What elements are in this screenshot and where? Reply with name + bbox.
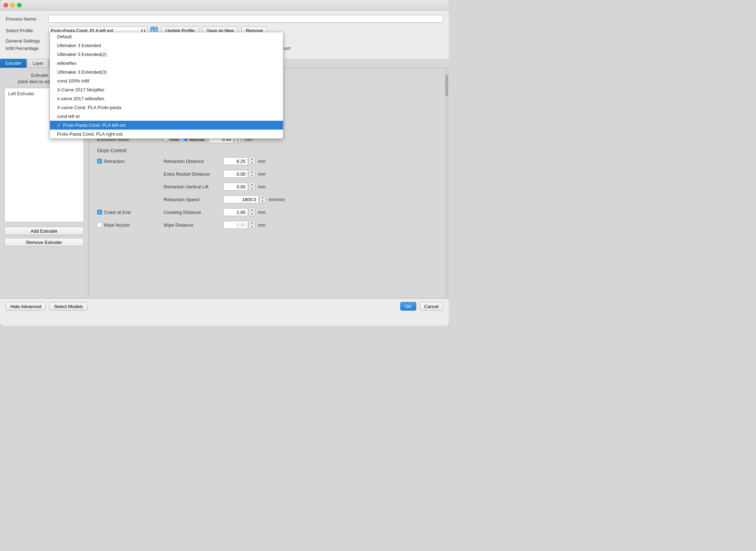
maximize-button[interactable]: [17, 3, 22, 7]
extrusion-width-down[interactable]: ▼: [235, 139, 240, 143]
dropdown-item-ultimaker3ext2[interactable]: Ultimaker 3 Extended(2): [50, 50, 283, 59]
process-name-input[interactable]: [48, 15, 443, 23]
dropdown-item-protopasta-right[interactable]: Proto-Pasta Cond. PLA right ext.: [50, 130, 283, 138]
retraction-distance-down[interactable]: ▼: [249, 161, 255, 165]
infill-label: Infill Percentage: [6, 46, 48, 51]
retraction-speed-input[interactable]: [223, 195, 259, 203]
retraction-speed-unit: mm/min: [269, 197, 285, 202]
extra-restart-spinbox: ▲ ▼: [223, 170, 255, 178]
retraction-lift-spin-btns: ▲ ▼: [249, 182, 255, 191]
dropdown-item-ultimaker3ext3[interactable]: Ultimaker 3 Extended(3): [50, 68, 283, 76]
cancel-button[interactable]: Cancel: [420, 302, 443, 311]
scrollbar-track: [445, 68, 449, 298]
scrollbar-thumb[interactable]: [445, 75, 448, 96]
select-models-button[interactable]: Select Models: [49, 302, 88, 311]
dropdown-item-cond100infill[interactable]: cond 100% infill: [50, 76, 283, 85]
remove-extruder-button[interactable]: Remove Extruder: [4, 238, 84, 246]
retraction-speed-up[interactable]: ▲: [260, 195, 265, 199]
coasting-distance-down[interactable]: ▼: [249, 212, 255, 216]
extra-restart-group: Extra Restart Distance ▲ ▼ mm: [97, 170, 440, 178]
bottom-bar: Hide Advanced Select Models OK Cancel: [0, 298, 449, 314]
dropdown-item-xcarve-ninjaflex[interactable]: X-Carve 2017 Ninjaflex: [50, 85, 283, 94]
extra-restart-label: Extra Restart Distance: [164, 171, 220, 177]
retraction-lift-label: Retraction Vertical Lift: [164, 184, 220, 189]
retraction-lift-up[interactable]: ▲: [249, 183, 255, 187]
titlebar: [0, 0, 449, 11]
retraction-distance-spin-btns: ▲ ▼: [249, 157, 255, 165]
wipe-nozzle-checkbox[interactable]: [97, 222, 102, 227]
dropdown-item-default[interactable]: Default: [50, 32, 283, 41]
select-profile-label: Select Profile:: [6, 28, 48, 33]
wipe-distance-up[interactable]: ▲: [249, 221, 255, 225]
retraction-group: ✓ Retraction Retraction Distance ▲ ▼ mm: [97, 157, 440, 165]
extra-restart-down[interactable]: ▼: [249, 174, 255, 178]
extra-restart-spin-btns: ▲ ▼: [249, 170, 255, 178]
dropdown-item-ultimaker3ext[interactable]: Ultimaker 3 Extended: [50, 41, 283, 50]
coast-at-end-label: Coast at End: [104, 210, 130, 215]
retraction-lift-down[interactable]: ▼: [249, 187, 255, 191]
retraction-lift-unit: mm: [258, 184, 266, 189]
wipe-distance-down[interactable]: ▼: [249, 225, 255, 229]
coast-at-end-group: ✓ Coast at End Coasting Distance ▲ ▼ mm: [97, 208, 440, 216]
retraction-distance-input[interactable]: [223, 157, 248, 165]
retraction-speed-spinbox: ▲ ▼: [223, 195, 266, 204]
extra-restart-up[interactable]: ▲: [249, 170, 255, 174]
dropdown-item-willowflex[interactable]: willowflex: [50, 59, 283, 68]
retraction-checkbox[interactable]: ✓: [97, 159, 102, 164]
coasting-distance-label: Coasting Distance: [164, 210, 220, 215]
add-extruder-button[interactable]: Add Extruder: [4, 227, 84, 235]
close-button[interactable]: [4, 3, 8, 7]
retraction-speed-spin-btns: ▲ ▼: [259, 195, 266, 204]
coasting-distance-up[interactable]: ▲: [249, 208, 255, 212]
coasting-distance-spin-btns: ▲ ▼: [249, 208, 255, 216]
retraction-speed-down[interactable]: ▼: [260, 199, 265, 203]
process-name-label: Process Name:: [6, 16, 48, 22]
wipe-distance-input[interactable]: [223, 221, 248, 229]
wipe-distance-label: Wipe Distance: [164, 222, 220, 228]
profile-dropdown-overlay: Default Ultimaker 3 Extended Ultimaker 3…: [50, 32, 283, 139]
retraction-distance-spinbox: ▲ ▼: [223, 157, 255, 165]
dropdown-item-xcarve-willowflex[interactable]: x-carve 2017 willowflex: [50, 94, 283, 103]
extra-restart-input[interactable]: [223, 170, 248, 178]
hide-advanced-button[interactable]: Hide Advanced: [6, 302, 46, 311]
bottom-right: OK Cancel: [400, 302, 443, 311]
wipe-nozzle-label: Wipe Nozzle: [104, 222, 130, 228]
coasting-distance-input[interactable]: [223, 208, 248, 216]
retraction-distance-up[interactable]: ▲: [249, 157, 255, 161]
bottom-left: Hide Advanced Select Models: [6, 302, 88, 311]
coasting-distance-unit: mm: [258, 210, 266, 215]
wipe-distance-unit: mm: [258, 222, 266, 228]
retraction-lift-input[interactable]: [223, 183, 248, 191]
checkmark-icon: ✓: [57, 123, 61, 128]
retraction-distance-label: Retraction Distance: [164, 159, 220, 164]
wipe-distance-spin-btns: ▲ ▼: [249, 221, 255, 229]
ooze-control-label: Ooze Control: [97, 148, 440, 153]
coast-at-end-checkbox-label[interactable]: ✓ Coast at End: [97, 210, 161, 215]
retraction-lift-spinbox: ▲ ▼: [223, 182, 255, 191]
ok-button[interactable]: OK: [400, 302, 416, 311]
retraction-checkbox-label[interactable]: ✓ Retraction: [97, 159, 161, 164]
coast-at-end-checkbox[interactable]: ✓: [97, 210, 102, 215]
tab-extruder[interactable]: Extruder: [0, 59, 27, 68]
dropdown-item-cond-left-et[interactable]: cond left et: [50, 112, 283, 121]
retraction-label: Retraction: [104, 159, 125, 164]
dropdown-item-xcarve-protopasta[interactable]: X-carve Cond. PLA Proto-pasta: [50, 103, 283, 112]
traffic-lights: [4, 3, 22, 7]
process-name-row: Process Name:: [6, 15, 443, 23]
minimize-button[interactable]: [10, 3, 15, 7]
wipe-nozzle-checkbox-label[interactable]: Wipe Nozzle: [97, 222, 161, 228]
retraction-speed-group: Retraction Speed ▲ ▼ mm/min: [97, 195, 440, 204]
wipe-nozzle-group: Wipe Nozzle Wipe Distance ▲ ▼ mm: [97, 221, 440, 229]
dropdown-item-protopasta-left[interactable]: ✓Proto-Pasta Cond. PLA left ext.: [50, 121, 283, 130]
tab-layer[interactable]: Layer: [27, 59, 49, 68]
main-window: Process Name: Select Profile: Proto-Past…: [0, 0, 449, 326]
coasting-distance-spinbox: ▲ ▼: [223, 208, 255, 216]
retraction-distance-unit: mm: [258, 159, 266, 164]
wipe-distance-spinbox: ▲ ▼: [223, 221, 255, 229]
retraction-speed-label: Retraction Speed: [164, 197, 220, 202]
retraction-lift-group: Retraction Vertical Lift ▲ ▼ mm: [97, 182, 440, 191]
extra-restart-unit: mm: [258, 171, 266, 177]
